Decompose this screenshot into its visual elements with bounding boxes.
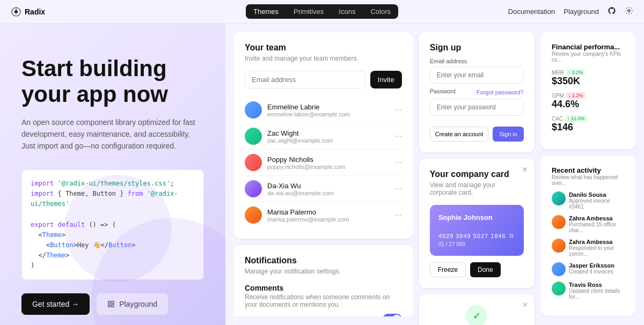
code-block: import '@radix-ui/themes/styles.css'; im… [21,169,204,280]
nav-colors[interactable]: Colors [363,4,398,19]
gpm-value: 44.6% [552,99,625,110]
avatar [245,128,262,145]
svg-rect-6 [108,305,111,307]
credit-card: Sophie Johnson 4929 3849 5027 1846 ⧉ 01 … [430,205,524,256]
activity-description: Updated client details for... [569,288,625,300]
activity-person-name: Jasper Eriksson [569,262,614,269]
table-row: Marisa Palermo marisa.palermo@example.co… [245,202,402,228]
activity-description: Responded to your comm... [569,245,625,257]
list-item: Zahra Ambessa Responded to your comm... [552,239,625,257]
action-buttons: Get started → Playground [21,293,204,315]
far-right-column: Financial performa... Review your compan… [541,32,635,316]
playground-button[interactable]: Playground [96,293,169,315]
activity-title: Recent activity [552,166,625,174]
done-button[interactable]: Done [470,262,501,277]
invite-input[interactable] [245,71,366,88]
mrr-metric: MRR ↑ 3.2% $350K [552,69,625,87]
avatar [245,206,262,224]
subtext: An open source component library optimiz… [21,116,204,152]
create-account-button[interactable]: Create an account [430,127,489,142]
member-name: Marisa Palermo [267,208,394,216]
password-label: Password [430,88,456,94]
member-name: Poppy Nicholls [267,156,394,164]
activity-description: Approved invoice #3461 [569,198,625,210]
avatar [245,154,262,171]
notif-comments-title: Comments [245,284,402,292]
activity-list: Danilo Sousa Approved invoice #3461 Zahr… [552,191,625,300]
invoice-close-button[interactable]: ✕ [522,301,528,309]
member-name: Emmeline Labrie [267,103,394,111]
settings-icon[interactable] [625,6,633,17]
svg-rect-5 [112,301,114,304]
signup-card: Sign up Email address Password Forgot pa… [419,32,535,152]
company-card-subtitle: View and manage your corporate card. [430,181,524,196]
team-card: Your team Invite and manage your team me… [234,32,413,239]
company-card: ✕ Your company card View and manage your… [419,159,535,288]
toggle-push-label: Push [245,315,376,316]
invite-button[interactable]: Invite [370,71,402,88]
notif-comments-toggles: Push Email Slack [245,314,402,316]
documentation-link[interactable]: Documentation [508,8,555,16]
comments-push-toggle[interactable] [383,314,402,316]
svg-rect-7 [112,305,114,307]
left-panel: Start building your app now An open sour… [0,24,225,325]
cac-value: $146 [552,122,625,133]
nav-icons[interactable]: Icons [331,4,363,19]
member-name: Zac Wight [267,129,394,137]
playground-link[interactable]: Playground [564,8,599,16]
member-menu-button[interactable]: ··· [394,184,401,194]
signup-buttons: Create an account Sign in [430,127,524,142]
playground-icon [107,300,115,308]
notif-section-comments: Comments Receive notifications when some… [245,284,402,316]
member-menu-button[interactable]: ··· [394,131,401,141]
table-row: Da-Xia Wu da-xia.wu@example.com ··· [245,176,402,202]
member-menu-button[interactable]: ··· [394,210,401,220]
table-row: Zac Wight zac.wight@example.com ··· [245,123,402,150]
member-name: Da-Xia Wu [267,182,394,190]
copy-card-number-button[interactable]: ⧉ [509,232,514,239]
table-row: Emmeline Labrie emmeline.labrie@example.… [245,97,402,123]
main-nav: Themes Primitives Icons Colors [246,4,398,19]
header: Radix Themes Primitives Icons Colors Doc… [0,0,644,24]
notifications-card: Notifications Manage your notification s… [234,245,413,316]
member-menu-button[interactable]: ··· [394,158,401,167]
card-holder-name: Sophie Johnson [438,213,515,221]
sign-in-button[interactable]: Sign in [493,127,524,142]
team-card-title: Your team [245,43,402,53]
header-right: Documentation Playground [508,6,633,17]
card-number: 4929 3849 5027 1846 ⧉ [438,232,515,239]
get-started-button[interactable]: Get started → [21,293,90,315]
center-scroll[interactable]: Your team Invite and manage your team me… [234,32,413,316]
company-card-close-button[interactable]: ✕ [522,165,528,174]
avatar [552,262,566,276]
nav-primitives[interactable]: Primitives [286,4,331,19]
freeze-button[interactable]: Freeze [430,262,466,277]
svg-point-3 [628,10,630,12]
financial-title: Financial performa... [552,43,625,51]
nav-themes[interactable]: Themes [246,4,286,19]
center-area: Your team Invite and manage your team me… [225,24,644,325]
mrr-value: $350K [552,76,625,87]
mrr-badge: ↑ 3.2% [566,69,586,76]
member-list: Emmeline Labrie emmeline.labrie@example.… [245,97,402,228]
financial-subtitle: Review your company's KPIs co... [552,51,625,63]
team-notifications-column: Your team Invite and manage your team me… [234,32,413,316]
avatar [552,191,566,205]
gpm-badge: ↓ 1.2% [566,92,586,99]
activity-card: Recent activity Review what has happened… [541,156,635,316]
email-field[interactable] [430,67,524,84]
main-layout: Start building your app now An open sour… [0,0,644,325]
password-field[interactable] [430,99,524,116]
forgot-password-link[interactable]: Forgot password? [477,89,524,95]
signup-title: Sign up [430,43,524,53]
avatar [552,215,566,229]
member-email: marisa.palermo@example.com [267,216,394,223]
member-menu-button[interactable]: ··· [394,105,401,115]
avatar [552,282,566,296]
github-icon[interactable] [608,6,616,17]
member-email: poppy.nicholls@example.com [267,164,394,170]
member-email: da-xia.wu@example.com [267,190,394,196]
activity-person-name: Zahra Ambessa [569,215,625,221]
cac-metric: CAC ↑ 11.0% $146 [552,115,625,133]
list-item: Travis Ross Updated client details for..… [552,282,625,300]
